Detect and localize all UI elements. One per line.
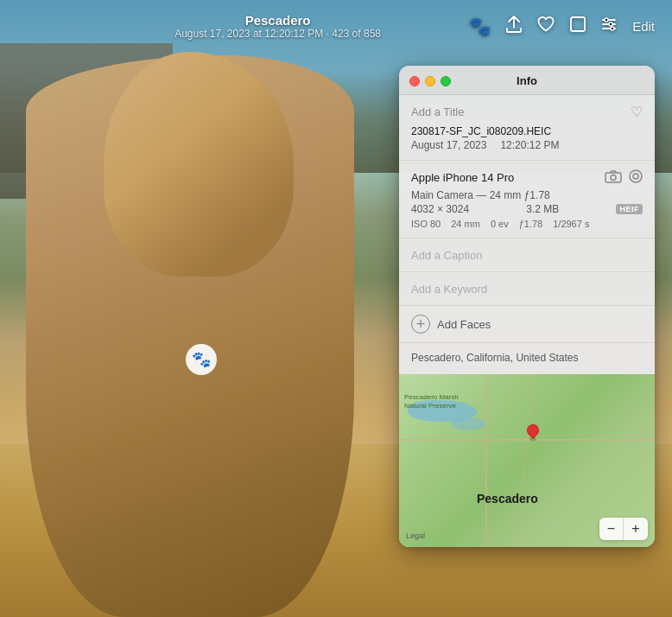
location-section: Pescadero, California, United States: [399, 343, 655, 374]
add-caption-field[interactable]: Add a Caption: [411, 249, 482, 262]
camera-lens-detail: Main Camera — 24 mm ƒ1.78: [411, 189, 643, 201]
traffic-lights: [409, 76, 451, 86]
pet-badge: 🐾: [186, 344, 217, 375]
exif-focal-length: 24 mm: [451, 219, 480, 229]
map-road-vertical: [485, 374, 487, 547]
close-button[interactable]: [409, 76, 420, 86]
top-bar: Pescadero August 17, 2023 at 12:20:12 PM…: [0, 0, 672, 52]
svg-point-10: [633, 174, 638, 179]
add-faces-circle-button[interactable]: +: [411, 315, 430, 334]
svg-rect-7: [605, 173, 621, 182]
paw-icon: 🐾: [192, 350, 211, 369]
keyword-section: Add a Keyword: [399, 272, 655, 306]
heif-badge: HEIF: [616, 204, 643, 214]
svg-point-8: [611, 175, 616, 181]
paw-toolbar-icon[interactable]: 🐾: [469, 16, 491, 36]
map-legal-link[interactable]: Legal: [406, 531, 425, 540]
map-container[interactable]: Pescadero Marsh Natural Preserve Pescade…: [399, 374, 655, 547]
exif-ev: 0 ev: [491, 219, 509, 229]
map-zoom-in-button[interactable]: +: [624, 518, 648, 540]
info-panel: Info Add a Title ♡ 230817-SF_JC_i080209.…: [399, 66, 655, 547]
live-photo-icon: [629, 169, 643, 186]
camera-filesize: 3.2 MB: [526, 203, 559, 215]
map-pin-dot: [524, 422, 542, 439]
exif-iso: ISO 80: [411, 219, 441, 229]
svg-rect-0: [571, 17, 585, 31]
share-icon[interactable]: [506, 16, 522, 37]
panel-titlebar: Info: [399, 66, 655, 95]
map-zoom-controls: − +: [599, 518, 648, 540]
caption-section: Add a Caption: [399, 239, 655, 272]
camera-icons: [605, 169, 643, 186]
toolbar-icons: 🐾 Edit: [469, 16, 655, 37]
filename-text: 230817-SF_JC_i080209.HEIC: [411, 125, 643, 137]
add-faces-section[interactable]: + Add Faces: [399, 306, 655, 343]
map-preserve-label: Pescadero Marsh Natural Preserve: [404, 393, 460, 410]
photo-info-section: Add a Title ♡ 230817-SF_JC_i080209.HEIC …: [399, 95, 655, 161]
map-water-feature-2: [451, 417, 485, 430]
location-name: Pescadero, California, United States: [411, 352, 643, 364]
photo-meta-subtitle: August 17, 2023 at 12:20:12 PM · 423 of …: [174, 28, 381, 40]
svg-point-5: [605, 18, 608, 22]
add-title-field[interactable]: Add a Title: [411, 105, 464, 118]
add-keyword-field[interactable]: Add a Keyword: [411, 283, 487, 296]
map-city-label: Pescadero: [477, 492, 538, 506]
maximize-button[interactable]: [441, 76, 451, 86]
camera-resolution: 4032 × 3024: [411, 203, 469, 215]
add-faces-label[interactable]: Add Faces: [437, 318, 491, 331]
favorite-heart-icon[interactable]: ♡: [631, 104, 643, 120]
svg-point-9: [630, 170, 642, 182]
svg-point-6: [611, 27, 614, 30]
panel-content: Add a Title ♡ 230817-SF_JC_i080209.HEIC …: [399, 95, 655, 547]
photo-location-title: Pescadero: [174, 13, 381, 28]
plus-icon: +: [416, 316, 426, 332]
time-text: 12:20:12 PM: [500, 139, 559, 151]
svg-point-4: [609, 22, 612, 26]
camera-section: Apple iPhone 14 Pro: [399, 161, 655, 239]
panel-title: Info: [517, 74, 537, 87]
exif-shutter: 1/2967 s: [553, 219, 589, 229]
date-text: August 17, 2023: [411, 139, 486, 151]
crop-icon[interactable]: [570, 16, 586, 36]
adjust-icon[interactable]: [601, 16, 617, 36]
edit-button[interactable]: Edit: [632, 19, 655, 34]
minimize-button[interactable]: [425, 76, 435, 86]
exif-aperture: ƒ1.78: [519, 219, 543, 229]
camera-name: Apple iPhone 14 Pro: [411, 171, 514, 184]
map-pin: [527, 424, 539, 441]
photo-title-center: Pescadero August 17, 2023 at 12:20:12 PM…: [174, 13, 381, 40]
map-zoom-out-button[interactable]: −: [599, 518, 624, 540]
camera-icon: [605, 169, 622, 186]
favorite-icon[interactable]: [537, 16, 555, 36]
